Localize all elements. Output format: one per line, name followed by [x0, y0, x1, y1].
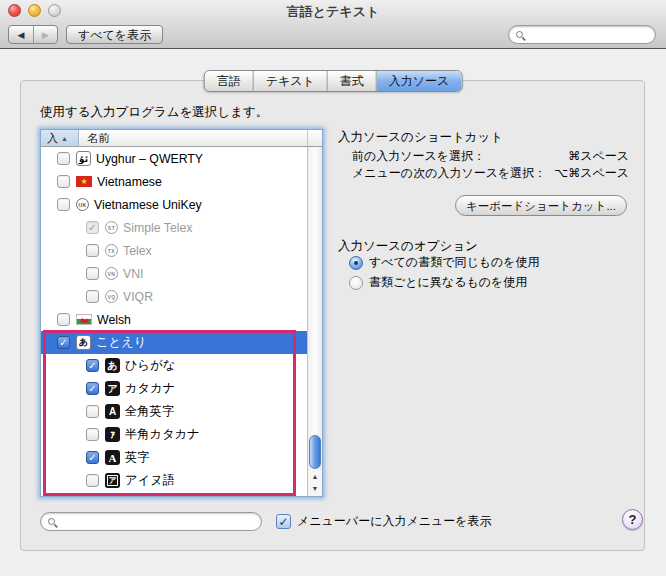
- options-title: 入力ソースのオプション: [338, 238, 478, 255]
- list-row[interactable]: ئۇUyghur – QWERTY: [41, 147, 322, 170]
- tab-language[interactable]: 言語: [205, 71, 253, 91]
- scroll-up-button[interactable]: ▲: [308, 471, 322, 483]
- row-checkbox[interactable]: [86, 428, 99, 441]
- row-checkbox[interactable]: [57, 313, 70, 326]
- vietnam-flag-icon: ★: [76, 176, 92, 187]
- list-row[interactable]: ✓A英字: [41, 446, 322, 469]
- row-checkbox[interactable]: [86, 290, 99, 303]
- tab-bar: 言語 テキスト 書式 入力ソース: [204, 70, 463, 92]
- shortcut-row: メニューの次の入力ソースを選択： ⌥⌘スペース: [352, 165, 629, 182]
- list-row[interactable]: UKVietnamese UniKey: [41, 193, 322, 216]
- welsh-flag-icon: [76, 314, 92, 325]
- row-label: VIQR: [123, 290, 153, 304]
- radio-selected-icon[interactable]: [349, 256, 363, 270]
- row-label: Uyghur – QWERTY: [96, 152, 203, 166]
- katakana-icon: ア: [105, 381, 120, 396]
- list-scrollbar[interactable]: ▲ ▼: [307, 147, 322, 496]
- row-label: Telex: [123, 244, 152, 258]
- help-button[interactable]: ?: [622, 509, 643, 530]
- row-label: VNI: [123, 267, 144, 281]
- scrollbar-thumb[interactable]: [309, 435, 321, 469]
- input-source-list-body: ئۇUyghur – QWERTY★VietnameseUKVietnamese…: [41, 147, 322, 496]
- list-row[interactable]: ✓アカタカナ: [41, 377, 322, 400]
- filter-search-input[interactable]: [55, 516, 261, 528]
- list-row[interactable]: ✓STSimple Telex: [41, 216, 322, 239]
- telex-icon: TX: [105, 244, 118, 257]
- row-checkbox[interactable]: [86, 405, 99, 418]
- kotoeri-icon: あ: [76, 335, 91, 350]
- row-checkbox[interactable]: ✓: [86, 451, 99, 464]
- list-row[interactable]: VQVIQR: [41, 285, 322, 308]
- show-all-button[interactable]: すべてを表示: [66, 25, 163, 44]
- row-checkbox[interactable]: ✓: [86, 221, 99, 234]
- row-label: ことえり: [96, 334, 146, 351]
- input-source-list: 入 ▲ 名前 ئۇUyghur – QWERTY★VietnameseUKVie…: [40, 129, 323, 497]
- row-checkbox[interactable]: [57, 152, 70, 165]
- checkbox-label: メニューバーに入力メニューを表示: [297, 513, 492, 530]
- row-checkbox[interactable]: [57, 175, 70, 188]
- list-row[interactable]: VNVNI: [41, 262, 322, 285]
- list-filter-search[interactable]: [40, 512, 262, 531]
- toolbar-search[interactable]: [508, 25, 656, 44]
- list-row[interactable]: アアイヌ語: [41, 469, 322, 492]
- row-label: 英字: [125, 449, 150, 466]
- row-checkbox[interactable]: ✓: [86, 382, 99, 395]
- list-row[interactable]: ★Vietnamese: [41, 170, 322, 193]
- shortcut-label: メニューの次の入力ソースを選択：: [352, 165, 546, 182]
- search-icon: [516, 31, 523, 38]
- row-label: 半角カタカナ: [125, 426, 200, 443]
- tab-formats[interactable]: 書式: [327, 71, 376, 91]
- search-icon: [48, 518, 55, 525]
- ainu-icon: ア: [105, 473, 120, 488]
- checkbox-checked-icon[interactable]: ✓: [276, 514, 291, 529]
- instruction-text: 使用する入力プログラムを選択します。: [40, 104, 268, 121]
- shortcut-row: 前の入力ソースを選択： ⌘スペース: [352, 148, 629, 165]
- shortcut-value: ⌘スペース: [568, 148, 629, 165]
- tab-text[interactable]: テキスト: [253, 71, 327, 91]
- column-header-enabled[interactable]: 入 ▲: [41, 130, 79, 146]
- show-input-menu-checkbox[interactable]: ✓ メニューバーに入力メニューを表示: [276, 513, 492, 530]
- radio-label: すべての書類で同じものを使用: [369, 254, 540, 271]
- row-checkbox[interactable]: ✓: [86, 359, 99, 372]
- shortcut-label: 前の入力ソースを選択：: [352, 148, 485, 165]
- window-chrome: 言語とテキスト ◀ ▶ すべてを表示: [0, 0, 666, 49]
- fullwidth-roman-icon: A: [105, 404, 120, 419]
- row-checkbox[interactable]: [86, 474, 99, 487]
- tab-input-sources[interactable]: 入力ソース: [376, 71, 462, 91]
- column-header-name[interactable]: 名前: [79, 130, 307, 146]
- radio-label: 書類ごとに異なるものを使用: [369, 274, 527, 291]
- list-row[interactable]: ｱ半角カタカナ: [41, 423, 322, 446]
- scroll-down-button[interactable]: ▼: [308, 483, 322, 495]
- row-label: Vietnamese: [97, 175, 162, 189]
- nav-buttons: ◀ ▶: [8, 25, 58, 44]
- simple-telex-icon: ST: [105, 221, 118, 234]
- row-label: 全角英字: [125, 403, 174, 420]
- list-row[interactable]: ✓あひらがな: [41, 354, 322, 377]
- forward-button[interactable]: ▶: [33, 26, 57, 43]
- window-title: 言語とテキスト: [0, 3, 666, 21]
- list-row[interactable]: Welsh: [41, 308, 322, 331]
- list-row[interactable]: A全角英字: [41, 400, 322, 423]
- row-label: ひらがな: [125, 357, 175, 374]
- toolbar-search-input[interactable]: [523, 29, 655, 41]
- column-header-spacer: [307, 130, 322, 146]
- halfwidth-katakana-icon: ｱ: [105, 427, 120, 442]
- uyghur-icon: ئۇ: [76, 151, 91, 166]
- vni-icon: VN: [105, 267, 118, 280]
- row-checkbox[interactable]: [57, 198, 70, 211]
- list-row[interactable]: TXTelex: [41, 239, 322, 262]
- radio-unselected-icon[interactable]: [349, 276, 363, 290]
- romaji-icon: A: [105, 450, 120, 465]
- back-button[interactable]: ◀: [9, 26, 33, 43]
- row-checkbox[interactable]: [86, 267, 99, 280]
- list-row[interactable]: ✓あことえり: [41, 331, 322, 354]
- row-label: Simple Telex: [123, 221, 193, 235]
- row-checkbox[interactable]: [86, 244, 99, 257]
- radio-same-for-all-documents[interactable]: すべての書類で同じものを使用: [349, 254, 540, 271]
- row-label: Welsh: [97, 313, 131, 327]
- radio-different-per-document[interactable]: 書類ごとに異なるものを使用: [349, 274, 527, 291]
- sort-ascending-icon: ▲: [61, 135, 68, 142]
- row-checkbox[interactable]: ✓: [57, 336, 70, 349]
- hiragana-icon: あ: [105, 358, 120, 373]
- keyboard-shortcuts-button[interactable]: キーボードショートカット...: [455, 195, 627, 216]
